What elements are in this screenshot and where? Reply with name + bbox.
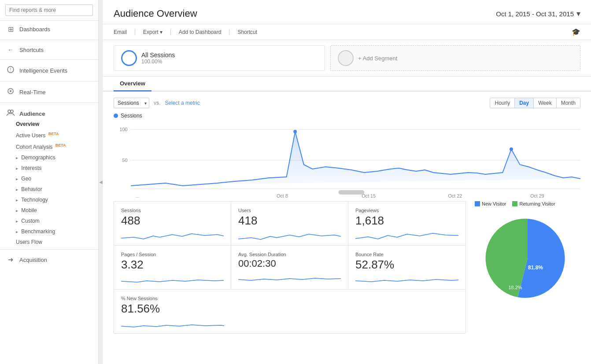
sidebar-item-dashboards[interactable]: ⊞ Dashboards bbox=[0, 21, 98, 38]
sidebar-sub-overview[interactable]: Overview bbox=[0, 119, 98, 129]
sidebar-sub-label: Active Users bbox=[16, 132, 45, 139]
select-metric-link[interactable]: Select a metric bbox=[165, 100, 199, 106]
chevron-right-icon bbox=[16, 229, 18, 234]
sidebar-item-real-time[interactable]: Real-Time bbox=[0, 83, 98, 101]
stat-value: 81.56% bbox=[121, 302, 224, 316]
add-segment-circle-icon bbox=[338, 50, 354, 66]
legend-returning-visitor: Returning Visitor bbox=[512, 201, 555, 206]
svg-text:!: ! bbox=[10, 67, 11, 72]
date-range-picker[interactable]: Oct 1, 2015 - Oct 31, 2015 ▾ bbox=[496, 9, 580, 18]
toolbar-divider bbox=[135, 29, 135, 35]
email-button[interactable]: Email bbox=[114, 29, 127, 35]
sparkline-sessions bbox=[121, 229, 224, 242]
chevron-right-icon bbox=[16, 198, 18, 202]
sidebar-item-shortcuts[interactable]: ← Shortcuts bbox=[0, 42, 98, 58]
stat-label: Pageviews bbox=[355, 208, 458, 213]
sparkline-new-sessions bbox=[121, 317, 224, 330]
all-sessions-segment[interactable]: All Sessions 100.00% bbox=[114, 45, 325, 71]
stat-label: Pages / Session bbox=[121, 252, 224, 257]
sidebar-item-label: Real-Time bbox=[19, 89, 45, 96]
sparkline-users bbox=[238, 229, 341, 242]
svg-text:Oct 29: Oct 29 bbox=[530, 193, 544, 199]
sidebar-divider bbox=[0, 81, 98, 81]
stat-cell-bounce-rate: Bounce Rate 52.87% bbox=[348, 246, 465, 290]
shortcuts-icon: ← bbox=[6, 46, 15, 53]
new-visitor-color bbox=[475, 201, 480, 206]
search-area bbox=[0, 0, 98, 21]
sidebar-divider bbox=[0, 249, 98, 250]
pie-legend: New Visitor Returning Visitor bbox=[475, 201, 555, 206]
add-to-dashboard-button[interactable]: Add to Dashboard bbox=[179, 29, 222, 35]
sidebar-sub-label: Interests bbox=[21, 165, 41, 171]
sidebar-item-label: Dashboards bbox=[19, 26, 50, 33]
time-btn-day[interactable]: Day bbox=[515, 98, 534, 108]
metric-dropdown-wrap: Sessions bbox=[114, 98, 149, 108]
chart-area: Sessions vs. Select a metric Hourly Day … bbox=[103, 92, 591, 201]
sidebar-item-acquisition[interactable]: ➜ Acquisition bbox=[0, 251, 98, 268]
sidebar-sub-interests[interactable]: Interests bbox=[0, 163, 98, 173]
time-btn-hourly[interactable]: Hourly bbox=[490, 98, 515, 108]
sessions-legend-dot bbox=[114, 114, 118, 118]
metric-dropdown[interactable]: Sessions bbox=[114, 98, 149, 108]
sidebar-item-label: Acquisition bbox=[19, 257, 47, 263]
sidebar-sub-active-users[interactable]: Active Users BETA bbox=[0, 129, 98, 141]
time-btn-week[interactable]: Week bbox=[534, 98, 556, 108]
svg-point-3 bbox=[10, 90, 11, 92]
sidebar-sub-label: Geo bbox=[21, 176, 31, 182]
sidebar-sub-mobile[interactable]: Mobile bbox=[0, 205, 98, 216]
tab-overview[interactable]: Overview bbox=[114, 77, 151, 92]
sidebar-item-label: Audience bbox=[19, 110, 45, 117]
segment-name: All Sessions bbox=[141, 51, 175, 59]
search-input[interactable] bbox=[5, 4, 93, 16]
toolbar: Email Export ▾ Add to Dashboard Shortcut… bbox=[103, 24, 591, 40]
stat-value: 1,618 bbox=[355, 214, 458, 228]
dashboards-icon: ⊞ bbox=[6, 25, 15, 33]
sidebar-sub-geo[interactable]: Geo bbox=[0, 173, 98, 184]
stat-label: Avg. Session Duration bbox=[238, 252, 341, 257]
sidebar-collapse-handle[interactable]: ◀ bbox=[99, 0, 103, 364]
sidebar-sub-benchmarking[interactable]: Benchmarking bbox=[0, 226, 98, 237]
segment-info: All Sessions 100.00% bbox=[141, 51, 175, 65]
add-segment-button[interactable]: + Add Segment bbox=[330, 45, 580, 71]
real-time-icon bbox=[6, 88, 15, 96]
sidebar-sub-label: Benchmarking bbox=[21, 228, 55, 235]
shortcut-button[interactable]: Shortcut bbox=[237, 29, 257, 35]
stat-value: 488 bbox=[121, 214, 224, 228]
stat-value: 418 bbox=[238, 214, 341, 228]
chart-controls: Sessions vs. Select a metric Hourly Day … bbox=[114, 98, 580, 108]
svg-text:Oct 22: Oct 22 bbox=[448, 193, 462, 199]
sidebar-item-label: Intelligence Events bbox=[19, 67, 67, 74]
main-content: Audience Overview Oct 1, 2015 - Oct 31, … bbox=[103, 0, 591, 364]
export-button[interactable]: Export ▾ bbox=[143, 29, 163, 35]
vs-label: vs. bbox=[154, 100, 160, 106]
sidebar-item-audience[interactable]: Audience bbox=[0, 105, 98, 119]
sidebar-sub-technology[interactable]: Technology bbox=[0, 195, 98, 205]
sidebar-sub-users-flow[interactable]: Users Flow bbox=[0, 237, 98, 247]
export-arrow-icon: ▾ bbox=[160, 29, 163, 35]
pie-chart-svg: 81.8% 18.2% bbox=[479, 210, 576, 307]
chevron-right-icon bbox=[16, 166, 18, 171]
sidebar-item-intelligence-events[interactable]: ! Intelligence Events bbox=[0, 62, 98, 79]
tab-row: Overview bbox=[103, 77, 591, 92]
sidebar-sub-demographics[interactable]: Demographics bbox=[0, 152, 98, 163]
toolbar-divider bbox=[229, 29, 229, 35]
svg-point-4 bbox=[8, 110, 11, 113]
sessions-chart: 100 50 Oct 8 Oct 15 Oct 22 bbox=[114, 121, 580, 200]
time-btn-month[interactable]: Month bbox=[557, 98, 580, 108]
chevron-right-icon bbox=[16, 208, 18, 213]
sidebar-divider bbox=[0, 40, 98, 40]
stat-cell-users: Users 418 bbox=[231, 202, 348, 246]
stat-value: 52.87% bbox=[355, 258, 458, 272]
date-range-text: Oct 1, 2015 - Oct 31, 2015 bbox=[496, 10, 574, 18]
svg-text:81.8%: 81.8% bbox=[528, 265, 543, 271]
sidebar-sub-behavior[interactable]: Behavior bbox=[0, 184, 98, 195]
returning-visitor-label: Returning Visitor bbox=[519, 201, 555, 206]
sidebar-sub-cohort-analysis[interactable]: Cohort Analysis BETA bbox=[0, 141, 98, 152]
svg-text:Oct 8: Oct 8 bbox=[277, 193, 288, 199]
stat-cell-sessions: Sessions 488 bbox=[114, 202, 231, 246]
beta-badge: BETA bbox=[48, 132, 59, 136]
sidebar-sub-custom[interactable]: Custom bbox=[0, 216, 98, 226]
svg-text:...: ... bbox=[135, 193, 139, 199]
chart-svg-wrap: 100 50 Oct 8 Oct 15 Oct 22 bbox=[114, 121, 580, 201]
segment-percentage: 100.00% bbox=[141, 59, 175, 65]
